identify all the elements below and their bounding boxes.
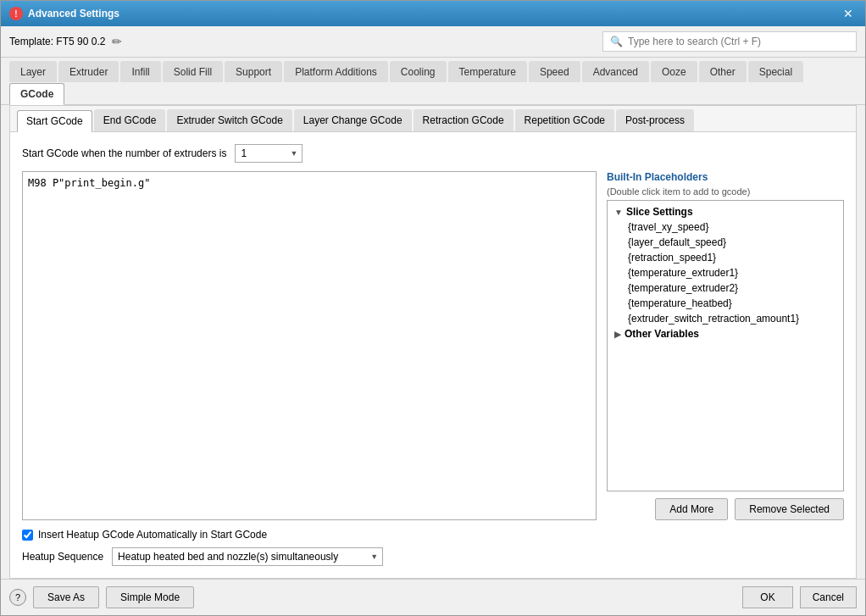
search-icon: 🔍 — [610, 36, 623, 47]
placeholder-buttons: Add More Remove Selected — [607, 498, 844, 520]
tab-support[interactable]: Support — [225, 61, 282, 82]
tab-gcode[interactable]: GCode — [9, 83, 64, 105]
tab-other[interactable]: Other — [699, 61, 747, 82]
edit-icon[interactable]: ✏ — [112, 35, 122, 48]
heatup-checkbox[interactable] — [22, 530, 33, 541]
expand-other-icon: ▶ — [614, 330, 621, 339]
heatup-checkbox-label: Insert Heatup GCode Automatically in Sta… — [38, 529, 267, 541]
tab-infill[interactable]: Infill — [120, 61, 160, 82]
content-area: Start GCode End GCode Extruder Switch GC… — [9, 105, 857, 579]
remove-selected-button[interactable]: Remove Selected — [735, 498, 844, 520]
tree-group-other-variables[interactable]: ▶ Other Variables — [611, 326, 840, 341]
simple-mode-button[interactable]: Simple Mode — [106, 586, 194, 608]
sub-tab-retraction-gcode[interactable]: Retraction GCode — [414, 109, 513, 131]
main-tabs: Layer Extruder Infill Solid Fill Support… — [1, 58, 865, 105]
sub-tab-repetition-gcode[interactable]: Repetition GCode — [515, 109, 614, 131]
bottom-section: Insert Heatup GCode Automatically in Sta… — [22, 529, 844, 566]
heatup-sequence-row: Heatup Sequence Heatup heated bed and no… — [22, 547, 844, 566]
tab-solid-fill[interactable]: Solid Fill — [163, 61, 223, 82]
expand-icon: ▼ — [614, 208, 623, 217]
tab-cooling[interactable]: Cooling — [390, 61, 447, 82]
extruder-count-row: Start GCode when the number of extruders… — [22, 144, 844, 163]
placeholder-item-2[interactable]: {retraction_speed1} — [625, 250, 840, 265]
tab-advanced[interactable]: Advanced — [582, 61, 649, 82]
cancel-button[interactable]: Cancel — [800, 586, 857, 608]
placeholder-item-3[interactable]: {temperature_extruder1} — [625, 265, 840, 280]
tab-platform-additions[interactable]: Platform Additions — [284, 61, 388, 82]
search-input[interactable] — [628, 36, 849, 47]
close-button[interactable]: ✕ — [840, 5, 857, 22]
tab-temperature[interactable]: Temperature — [448, 61, 527, 82]
placeholder-item-6[interactable]: {extruder_switch_retraction_amount1} — [625, 311, 840, 326]
extruder-count-label: Start GCode when the number of extruders… — [22, 147, 226, 159]
sub-tab-post-process[interactable]: Post-process — [616, 109, 694, 131]
placeholders-title: Built-In Placeholders — [607, 171, 844, 183]
main-window: ! Advanced Settings ✕ Template: FT5 90 0… — [0, 0, 866, 616]
heatup-sequence-select[interactable]: Heatup heated bed and nozzle(s) simultan… — [112, 547, 383, 566]
app-icon: ! — [9, 7, 23, 20]
placeholder-item-0[interactable]: {travel_xy_speed} — [625, 219, 840, 235]
gcode-editor[interactable]: M98 P"print_begin.g" — [22, 171, 597, 520]
slice-settings-label: Slice Settings — [626, 206, 693, 218]
ok-button[interactable]: OK — [742, 586, 792, 608]
tab-special[interactable]: Special — [748, 61, 803, 82]
editor-area: M98 P"print_begin.g" Built-In Placeholde… — [22, 171, 844, 520]
placeholders-tree: ▼ Slice Settings {travel_xy_speed} {laye… — [607, 200, 844, 491]
tree-children-slice-settings: {travel_xy_speed} {layer_default_speed} … — [611, 219, 840, 326]
tab-speed[interactable]: Speed — [529, 61, 580, 82]
placeholders-subtitle: (Double click item to add to gcode) — [607, 186, 844, 197]
placeholder-item-4[interactable]: {temperature_extruder2} — [625, 280, 840, 296]
heatup-sequence-label: Heatup Sequence — [22, 551, 103, 563]
sub-tab-layer-change-gcode[interactable]: Layer Change GCode — [294, 109, 412, 131]
footer-right: OK Cancel — [742, 586, 857, 608]
template-info: Template: FT5 90 0.2 ✏ — [9, 35, 122, 48]
placeholders-panel: Built-In Placeholders (Double click item… — [607, 171, 844, 520]
sub-tab-start-gcode[interactable]: Start GCode — [17, 110, 92, 132]
template-label: Template: FT5 90 0.2 — [9, 36, 105, 47]
tab-ooze[interactable]: Ooze — [651, 61, 697, 82]
heatup-checkbox-row: Insert Heatup GCode Automatically in Sta… — [22, 529, 844, 541]
title-bar: ! Advanced Settings ✕ — [1, 1, 865, 26]
tree-group-slice-settings[interactable]: ▼ Slice Settings — [611, 204, 840, 219]
sub-tabs: Start GCode End GCode Extruder Switch GC… — [10, 106, 856, 132]
footer-left: ? Save As Simple Mode — [9, 586, 194, 608]
window-title: Advanced Settings — [28, 8, 119, 19]
placeholder-item-1[interactable]: {layer_default_speed} — [625, 235, 840, 250]
sub-tab-extruder-switch-gcode[interactable]: Extruder Switch GCode — [167, 109, 291, 131]
footer: ? Save As Simple Mode OK Cancel — [1, 579, 865, 615]
heatup-select-wrapper: Heatup heated bed and nozzle(s) simultan… — [112, 547, 383, 566]
other-variables-label: Other Variables — [625, 328, 699, 340]
tab-extruder[interactable]: Extruder — [58, 61, 119, 82]
save-as-button[interactable]: Save As — [33, 586, 99, 608]
help-button[interactable]: ? — [9, 589, 26, 606]
inner-content: Start GCode when the number of extruders… — [10, 132, 856, 578]
extruder-count-select[interactable]: 1 2 3 4 — [235, 144, 303, 163]
sub-tab-end-gcode[interactable]: End GCode — [94, 109, 166, 131]
search-box: 🔍 — [602, 31, 857, 52]
placeholder-item-5[interactable]: {temperature_heatbed} — [625, 296, 840, 311]
tab-layer[interactable]: Layer — [9, 61, 57, 82]
add-more-button[interactable]: Add More — [655, 498, 728, 520]
toolbar: Template: FT5 90 0.2 ✏ 🔍 — [1, 26, 865, 58]
extruder-select-wrapper: 1 2 3 4 — [235, 144, 303, 163]
